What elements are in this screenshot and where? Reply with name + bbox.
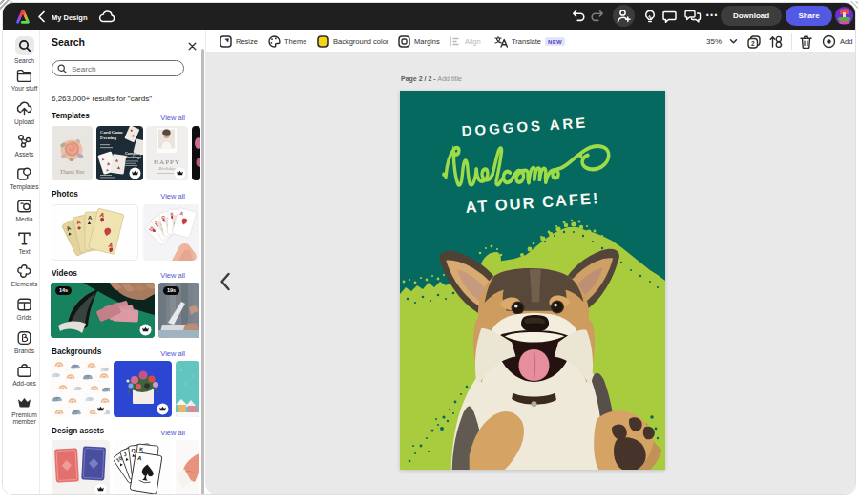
svg-text:Card Game: Card Game [100,130,123,135]
svg-text:Company: Company [125,152,142,156]
svg-text:A: A [88,215,93,220]
svg-text:Evening: Evening [100,135,116,139]
svg-text:K: K [139,446,144,452]
svg-text:Thank You: Thank You [59,169,83,175]
svg-text:2: 2 [751,40,755,47]
svg-text:HAPPY: HAPPY [154,158,180,166]
svg-text:Bookings: Bookings [125,156,141,159]
